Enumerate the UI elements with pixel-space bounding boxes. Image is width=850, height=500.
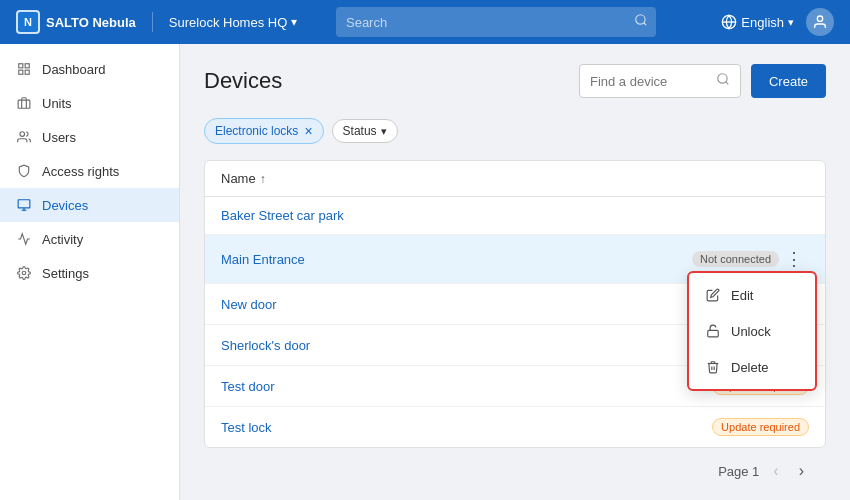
top-navigation: N SALTO Nebula Surelock Homes HQ ▾ Engli…	[0, 0, 850, 44]
svg-rect-11	[18, 200, 30, 208]
edit-icon	[705, 287, 721, 303]
sidebar: Dashboard Units Users Access rights Devi…	[0, 44, 180, 500]
status-filter[interactable]: Status ▾	[332, 119, 398, 143]
find-device-field[interactable]	[579, 64, 741, 98]
device-name: New door	[221, 297, 704, 312]
svg-point-10	[20, 132, 25, 137]
device-name: Main Entrance	[221, 252, 684, 267]
search-input[interactable]	[336, 7, 656, 37]
unlock-icon	[705, 323, 721, 339]
sort-arrow-icon[interactable]: ↑	[260, 172, 266, 186]
status-badge: Not connected	[692, 251, 779, 267]
sidebar-item-access-rights[interactable]: Access rights	[0, 154, 179, 188]
app-name: SALTO Nebula	[46, 15, 136, 30]
search-icon	[634, 13, 648, 31]
svg-rect-8	[19, 70, 23, 74]
page-label: Page 1	[718, 464, 759, 479]
device-name: Sherlock's door	[221, 338, 704, 353]
context-menu-unlock[interactable]: Unlock	[689, 313, 815, 349]
table-row[interactable]: Main Entrance Not connected ⋮ Edit	[205, 235, 825, 284]
svg-point-15	[718, 74, 727, 83]
globe-icon	[721, 14, 737, 30]
units-icon	[16, 95, 32, 111]
sidebar-item-dashboard[interactable]: Dashboard	[0, 52, 179, 86]
context-menu-delete[interactable]: Delete	[689, 349, 815, 385]
table-row[interactable]: Baker Street car park	[205, 197, 825, 235]
sidebar-label: Settings	[42, 266, 89, 281]
activity-icon	[16, 231, 32, 247]
search-bar	[336, 7, 656, 37]
settings-icon	[16, 265, 32, 281]
pagination: Page 1 ‹ ›	[204, 448, 826, 482]
dashboard-icon	[16, 61, 32, 77]
users-icon	[16, 129, 32, 145]
org-name[interactable]: Surelock Homes HQ ▾	[169, 15, 297, 30]
header-actions: Create	[579, 64, 826, 98]
devices-icon	[16, 197, 32, 213]
svg-rect-5	[19, 64, 23, 68]
row-actions: ⋮	[779, 246, 809, 272]
sidebar-label: Dashboard	[42, 62, 106, 77]
status-chevron-icon: ▾	[381, 125, 387, 138]
edit-label: Edit	[731, 288, 753, 303]
device-name: Test lock	[221, 420, 704, 435]
svg-line-1	[644, 23, 647, 26]
delete-label: Delete	[731, 360, 769, 375]
user-avatar[interactable]	[806, 8, 834, 36]
filters-bar: Electronic locks × Status ▾	[204, 118, 826, 144]
table-header: Name ↑	[205, 161, 825, 197]
context-menu: Edit Unlock Delete	[687, 271, 817, 391]
filter-label: Electronic locks	[215, 124, 298, 138]
device-name: Baker Street car park	[221, 208, 809, 223]
main-content: Devices Create Electronic locks × Status…	[180, 44, 850, 500]
sidebar-label: Units	[42, 96, 72, 111]
svg-rect-7	[25, 70, 29, 74]
brand-logo-area: N SALTO Nebula	[16, 10, 136, 34]
sidebar-item-activity[interactable]: Activity	[0, 222, 179, 256]
svg-rect-17	[708, 330, 719, 336]
status-badge: Update required	[712, 418, 809, 436]
devices-table: Name ↑ Baker Street car park Main Entran…	[204, 160, 826, 448]
sidebar-label: Activity	[42, 232, 83, 247]
brand-logo: N	[16, 10, 40, 34]
find-device-input[interactable]	[590, 74, 710, 89]
svg-rect-9	[18, 100, 30, 108]
row-more-button[interactable]: ⋮	[779, 246, 809, 272]
sidebar-item-devices[interactable]: Devices	[0, 188, 179, 222]
svg-rect-6	[25, 64, 29, 68]
sidebar-item-units[interactable]: Units	[0, 86, 179, 120]
context-menu-edit[interactable]: Edit	[689, 277, 815, 313]
sidebar-label: Devices	[42, 198, 88, 213]
user-icon	[812, 14, 828, 30]
find-device-search-icon	[716, 72, 730, 90]
create-button[interactable]: Create	[751, 64, 826, 98]
svg-point-4	[817, 16, 822, 21]
page-header: Devices Create	[204, 64, 826, 98]
next-page-button[interactable]: ›	[793, 460, 810, 482]
table-row[interactable]: Test lock Update required	[205, 407, 825, 447]
access-rights-icon	[16, 163, 32, 179]
main-layout: Dashboard Units Users Access rights Devi…	[0, 44, 850, 500]
trash-icon	[705, 359, 721, 375]
electronic-locks-filter[interactable]: Electronic locks ×	[204, 118, 324, 144]
status-label: Status	[343, 124, 377, 138]
sidebar-item-users[interactable]: Users	[0, 120, 179, 154]
name-column-header: Name ↑	[221, 171, 809, 186]
remove-filter-icon[interactable]: ×	[304, 123, 312, 139]
unlock-label: Unlock	[731, 324, 771, 339]
sidebar-item-settings[interactable]: Settings	[0, 256, 179, 290]
language-selector[interactable]: English ▾	[721, 14, 794, 30]
svg-point-0	[636, 15, 645, 24]
nav-divider	[152, 12, 153, 32]
device-name: Test door	[221, 379, 704, 394]
topnav-right: English ▾	[721, 8, 834, 36]
svg-point-14	[22, 271, 26, 275]
sidebar-label: Access rights	[42, 164, 119, 179]
svg-line-16	[726, 82, 729, 85]
sidebar-label: Users	[42, 130, 76, 145]
page-title: Devices	[204, 68, 282, 94]
prev-page-button[interactable]: ‹	[767, 460, 784, 482]
